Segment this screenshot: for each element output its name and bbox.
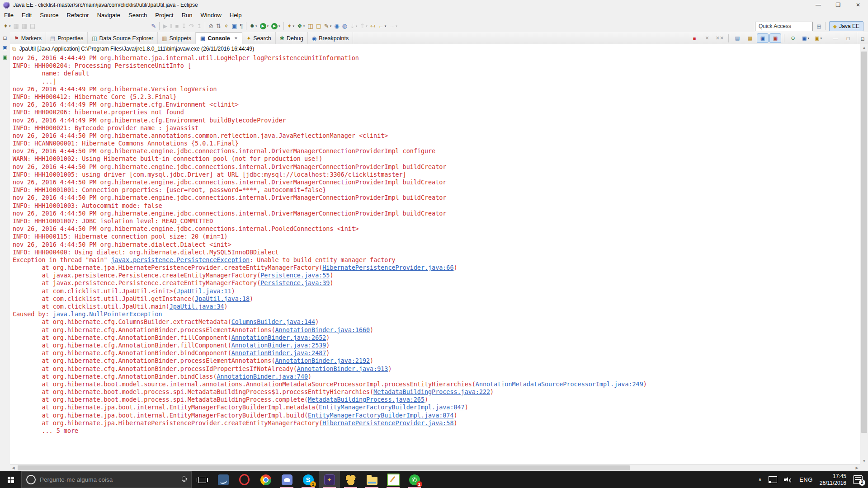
stack-trace-link[interactable]: ColumnsBuilder.java:144	[231, 319, 315, 325]
pin-console-icon[interactable]: ⊙	[787, 33, 799, 43]
tray-clock[interactable]: 17:45 26/11/2016	[820, 473, 846, 486]
taskbar-app-whatsapp[interactable]: 1	[404, 471, 425, 488]
step-into-icon[interactable]: ↧	[180, 22, 188, 31]
scroll-lock-icon[interactable]: ▦	[744, 33, 756, 43]
new-javaee-project-icon[interactable]: ✦▾	[286, 22, 296, 31]
taskbar-app-discord[interactable]	[276, 471, 297, 488]
minimized-view-1[interactable]: ▣	[1, 44, 9, 51]
step-return-icon[interactable]: ↥	[195, 22, 203, 31]
display-console-icon[interactable]: ▣▾	[800, 33, 811, 43]
remove-launch-icon[interactable]: ✕	[701, 33, 713, 43]
stack-trace-link[interactable]: MetadataBuildingProcess.java:222	[373, 389, 490, 395]
stack-trace-link[interactable]: AnnotationBinder.java:2487	[231, 350, 326, 357]
stack-trace-link[interactable]: HibernatePersistenceProvider.java:66	[322, 264, 453, 271]
console-output[interactable]: nov 26, 2016 4:44:49 PM org.hibernate.jp…	[10, 53, 860, 465]
show-whitespace-icon[interactable]: ¶	[238, 22, 244, 31]
menu-file[interactable]: File	[0, 11, 18, 19]
action-center-icon[interactable]: 2	[853, 475, 863, 484]
taskbar-app-opera[interactable]	[234, 471, 255, 488]
menu-navigate[interactable]: Navigate	[93, 11, 124, 19]
prev-annotation-icon[interactable]: ⇑▾	[359, 22, 368, 31]
stack-trace-link[interactable]: HibernatePersistenceProvider.java:58	[322, 420, 453, 427]
show-stderr-toggle-icon[interactable]: ▣	[769, 33, 781, 43]
stack-trace-link[interactable]: EntityManagerFactoryBuilderImpl.java:847	[319, 404, 464, 411]
console-view-icon[interactable]: ▣	[230, 22, 238, 31]
tab-properties[interactable]: ▤Properties	[46, 32, 88, 44]
stack-trace-link[interactable]: AnnotationMetadataSourceProcessorImpl.ja…	[476, 381, 643, 388]
next-annotation-icon[interactable]: ⇓▾	[349, 22, 359, 31]
open-type-icon[interactable]: ◫	[306, 22, 314, 31]
stack-trace-link[interactable]: javax.persistence.PersistenceException	[111, 257, 250, 263]
open-resource-icon[interactable]: ▢	[315, 22, 323, 31]
debug-icon[interactable]: ✹▾	[248, 22, 258, 31]
stack-trace-link[interactable]: EntityManagerFactoryBuilderImpl.java:874	[308, 412, 453, 419]
clear-console-icon[interactable]: ▤	[731, 33, 743, 43]
profile-icon[interactable]: ❖▾	[296, 22, 306, 31]
tab-data-source-explorer[interactable]: ◫Data Source Explorer	[88, 32, 158, 44]
maximize-button[interactable]: ❐	[828, 0, 848, 10]
save-all-icon[interactable]: ▦	[20, 22, 28, 31]
remove-all-terminated-icon[interactable]: ✕✕	[714, 33, 726, 43]
java-search-icon[interactable]: ✧	[222, 22, 230, 31]
cortana-search-input[interactable]: Pergunte-me alguma coisa	[21, 471, 192, 488]
save-icon[interactable]: ▦	[12, 22, 20, 31]
tab-console[interactable]: ▣Console✕	[196, 32, 242, 44]
terminate-icon[interactable]: ■	[174, 22, 180, 31]
stack-trace-link[interactable]: Persistence.java:55	[260, 272, 330, 279]
horizontal-scroll-thumb[interactable]	[18, 465, 630, 470]
scroll-right-icon[interactable]: ▶	[854, 466, 860, 470]
taskbar-app-mysql-workbench[interactable]	[212, 471, 234, 488]
menu-run[interactable]: Run	[178, 11, 197, 19]
open-perspective-icon[interactable]: ⊞	[816, 23, 821, 30]
stack-trace-link[interactable]: AnnotationBinder.java:1660	[275, 327, 370, 333]
stack-trace-link[interactable]: JpaUtil.java:34	[170, 303, 224, 310]
taskbar-app-notepad-plus-plus[interactable]	[382, 471, 404, 488]
menu-project[interactable]: Project	[151, 11, 177, 19]
volume-icon[interactable]	[784, 476, 793, 483]
taskbar-app-eclipse[interactable]	[319, 471, 340, 488]
taskbar-app-file-explorer[interactable]	[361, 471, 382, 488]
scroll-down-icon[interactable]: ▼	[860, 458, 868, 465]
close-button[interactable]: ✕	[848, 0, 868, 10]
menu-edit[interactable]: Edit	[18, 11, 36, 19]
close-icon[interactable]: ✕	[234, 36, 238, 41]
scroll-left-icon[interactable]: ◀	[10, 466, 17, 470]
taskbar-app-chrome[interactable]	[255, 471, 276, 488]
menu-help[interactable]: Help	[226, 11, 246, 19]
microphone-icon[interactable]	[181, 475, 187, 484]
menu-refactor[interactable]: Refactor	[63, 11, 93, 19]
horizontal-scrollbar[interactable]: ◀ ▶	[10, 464, 860, 471]
taskbar-app-skype[interactable]: 1	[297, 471, 319, 488]
stack-trace-link[interactable]: Persistence.java:39	[260, 280, 330, 286]
maximize-view-icon[interactable]: □	[842, 33, 854, 43]
stack-trace-link[interactable]: AnnotationBinder.java:913	[297, 366, 388, 372]
start-button[interactable]	[0, 471, 21, 488]
tab-debug[interactable]: ✱Debug	[276, 32, 308, 44]
stack-trace-link[interactable]: AnnotationBinder.java:2539	[231, 342, 326, 349]
stack-trace-link[interactable]: JpaUtil.java:11	[177, 288, 231, 295]
minimize-view-icon[interactable]: —	[830, 33, 841, 43]
stack-trace-link[interactable]: JpaUtil.java:18	[195, 296, 250, 302]
tab-markers[interactable]: ⚑Markers	[10, 32, 46, 44]
minimize-button[interactable]: —	[808, 0, 828, 10]
menu-source[interactable]: Source	[36, 11, 62, 19]
perspective-java-ee-button[interactable]: ◆ Java EE	[829, 21, 863, 31]
menu-window[interactable]: Window	[197, 11, 226, 19]
last-edit-location-icon[interactable]: ↤	[369, 22, 377, 31]
taskbar-app-yellow-app[interactable]	[340, 471, 361, 488]
quick-access-input[interactable]: Quick Access	[755, 22, 813, 31]
vertical-scrollbar[interactable]: ▲ ▼	[860, 44, 868, 465]
restore-pane-icon[interactable]: ⊡	[1, 34, 9, 42]
task-view-button[interactable]	[192, 471, 212, 488]
back-icon[interactable]: ←▾	[377, 22, 388, 31]
vertical-scroll-thumb[interactable]	[861, 52, 867, 433]
stack-trace-link[interactable]: AnnotationBinder.java:2652	[231, 334, 326, 341]
external-tools-icon[interactable]: ▶▾	[270, 22, 282, 31]
step-filters-icon[interactable]: ⇅	[215, 22, 222, 31]
tab-breakpoints[interactable]: ◉Breakpoints	[308, 32, 354, 44]
stack-trace-link[interactable]: AnnotationBinder.java:740	[217, 373, 308, 380]
step-over-icon[interactable]: ↷	[188, 22, 195, 31]
show-stdout-toggle-icon[interactable]: ▣	[757, 33, 769, 43]
open-console-icon[interactable]: ▣▾	[812, 33, 824, 43]
minimized-view-2[interactable]: ▣	[1, 53, 9, 61]
